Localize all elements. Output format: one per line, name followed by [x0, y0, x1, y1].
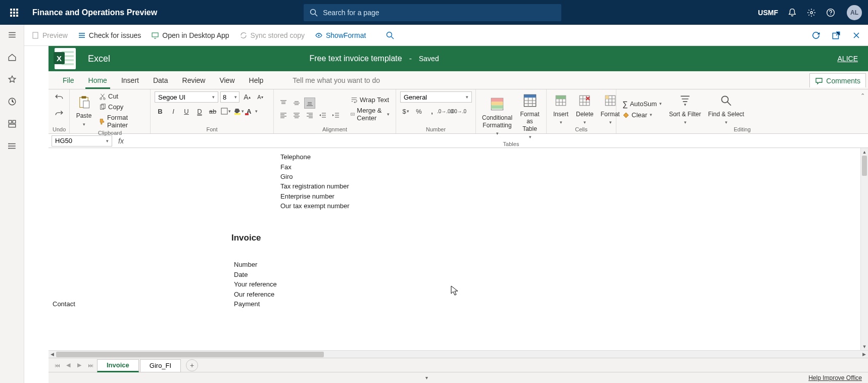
decrease-font-icon[interactable]: A▾ [255, 91, 266, 103]
number-format-select[interactable]: General▾ [400, 91, 472, 103]
align-center-icon[interactable] [291, 110, 302, 121]
nav-modules-icon[interactable] [7, 141, 17, 151]
cmd-check-issues[interactable]: Check for issues [78, 31, 141, 39]
hscroll-thumb[interactable] [56, 352, 324, 357]
cell-contact[interactable]: Contact [53, 300, 75, 308]
currency-button[interactable]: $▾ [400, 106, 411, 117]
tab-home[interactable]: Home [81, 71, 114, 89]
copy-button[interactable]: Copy [97, 102, 146, 112]
sheet-tab-invoice[interactable]: Invoice [97, 359, 139, 372]
percent-button[interactable]: % [413, 106, 424, 117]
nav-workspaces-icon[interactable] [7, 119, 17, 129]
align-right-icon[interactable] [304, 110, 315, 121]
cell-number[interactable]: Number [234, 261, 257, 268]
wrap-text-button[interactable]: Wrap Text [349, 95, 392, 105]
cell-our-ref[interactable]: Our reference [234, 291, 274, 298]
align-bottom-icon[interactable] [304, 98, 315, 109]
help-improve-link[interactable]: Help Improve Office [808, 374, 862, 381]
excel-user[interactable]: ALICE [838, 55, 858, 63]
legal-entity[interactable]: USMF [758, 9, 778, 17]
font-name-select[interactable]: Segoe UI▾ [155, 91, 218, 103]
cell-invoice-heading[interactable]: Invoice [231, 233, 261, 243]
align-left-icon[interactable] [278, 110, 289, 121]
tab-view[interactable]: View [212, 71, 242, 89]
conditional-formatting-button[interactable]: Conditional Formatting▾ [480, 95, 514, 137]
cmd-search-icon[interactable] [386, 31, 394, 39]
paste-button[interactable]: Paste▾ [74, 93, 94, 128]
double-underline-button[interactable]: D [194, 106, 205, 117]
scroll-up-icon[interactable]: ▲ [861, 148, 868, 156]
ribbon-collapse-icon[interactable]: ⌃ [860, 92, 865, 99]
tell-me-search[interactable]: Tell me what you want to do [285, 71, 387, 89]
underline-button[interactable]: U [181, 106, 192, 117]
tab-review[interactable]: Review [175, 71, 213, 89]
increase-font-icon[interactable]: A▴ [242, 91, 253, 103]
border-button[interactable]: ▾ [220, 106, 231, 117]
decrease-indent-icon[interactable] [317, 110, 328, 121]
cmd-close-icon[interactable] [852, 31, 861, 40]
bold-button[interactable]: B [155, 106, 166, 117]
delete-cells-button[interactable]: Delete▾ [574, 91, 596, 126]
spreadsheet-grid[interactable]: Telephone Fax Giro Tax registration numb… [49, 148, 868, 350]
fill-color-button[interactable]: ▾ [233, 106, 245, 117]
name-box[interactable]: HG50▾ [52, 135, 112, 147]
italic-button[interactable]: I [168, 106, 179, 117]
fx-icon[interactable]: fx [118, 137, 127, 145]
comments-button[interactable]: Comments [809, 73, 866, 87]
cell-date[interactable]: Date [234, 271, 248, 278]
increase-decimal-icon[interactable]: .0→.00 [440, 106, 451, 117]
sheet-tab-giro-fi[interactable]: Giro_FI [140, 359, 181, 372]
user-avatar[interactable]: AL [847, 5, 862, 20]
cell-tax-reg[interactable]: Tax registration number [280, 182, 349, 190]
vscroll-thumb[interactable] [862, 156, 867, 176]
global-search[interactable]: Search for a page [304, 4, 561, 21]
cell-fax[interactable]: Fax [280, 163, 292, 171]
find-select-button[interactable]: Find & Select▾ [706, 91, 746, 126]
vertical-scrollbar[interactable]: ▲ ▼ [860, 148, 868, 350]
tab-insert[interactable]: Insert [114, 71, 146, 89]
tab-data[interactable]: Data [146, 71, 175, 89]
redo-button[interactable] [54, 108, 65, 119]
cell-your-ref[interactable]: Your reference [234, 280, 277, 288]
sheet-first-icon[interactable]: ⏮ [52, 360, 63, 371]
cmd-refresh-icon[interactable] [811, 31, 821, 40]
sheet-last-icon[interactable]: ⏭ [85, 360, 96, 371]
nav-favorites-icon[interactable] [7, 74, 17, 84]
cell-giro[interactable]: Giro [280, 173, 293, 180]
autosum-button[interactable]: ∑AutoSum▾ [620, 99, 664, 109]
cell-tax-exempt[interactable]: Our tax exempt number [280, 202, 350, 210]
sheet-next-icon[interactable]: ▶ [74, 360, 85, 371]
font-size-select[interactable]: 8▾ [220, 91, 239, 103]
decrease-decimal-icon[interactable]: .00→.0 [453, 106, 464, 117]
sort-filter-button[interactable]: Sort & Filter▾ [667, 91, 703, 126]
notifications-icon[interactable] [787, 8, 797, 18]
increase-indent-icon[interactable] [330, 110, 342, 121]
scroll-down-icon[interactable]: ▼ [861, 343, 868, 350]
status-menu-icon[interactable]: ▾ [425, 375, 428, 380]
merge-center-button[interactable]: Merge & Center▾ [349, 106, 392, 123]
align-middle-icon[interactable] [291, 98, 302, 109]
tab-file[interactable]: File [56, 71, 81, 89]
clear-button[interactable]: Clear▾ [620, 110, 664, 120]
scroll-left-icon[interactable]: ◀ [49, 351, 56, 358]
strikethrough-button[interactable]: ab [207, 106, 218, 117]
cmd-show-format[interactable]: ShowFormat [315, 31, 366, 39]
add-sheet-button[interactable]: + [186, 359, 198, 371]
settings-icon[interactable] [806, 8, 816, 18]
horizontal-scrollbar[interactable]: ◀ ▶ [49, 350, 868, 358]
align-top-icon[interactable] [278, 98, 289, 109]
font-color-button[interactable]: A▾ [247, 106, 258, 117]
nav-hamburger-icon[interactable] [7, 30, 17, 40]
cell-payment[interactable]: Payment [234, 300, 260, 308]
comma-button[interactable]: , [426, 106, 438, 117]
nav-recent-icon[interactable] [7, 97, 17, 107]
cmd-popout-icon[interactable] [832, 31, 841, 40]
cell-enterprise[interactable]: Enterprise number [280, 193, 334, 200]
help-icon[interactable] [826, 8, 836, 18]
cell-telephone[interactable]: Telephone [280, 153, 311, 161]
format-painter-button[interactable]: Format Painter [97, 113, 146, 130]
sheet-prev-icon[interactable]: ◀ [63, 360, 74, 371]
insert-cells-button[interactable]: Insert▾ [551, 91, 571, 126]
format-as-table-button[interactable]: Format as Table▾ [517, 91, 542, 141]
undo-button[interactable] [54, 91, 65, 103]
